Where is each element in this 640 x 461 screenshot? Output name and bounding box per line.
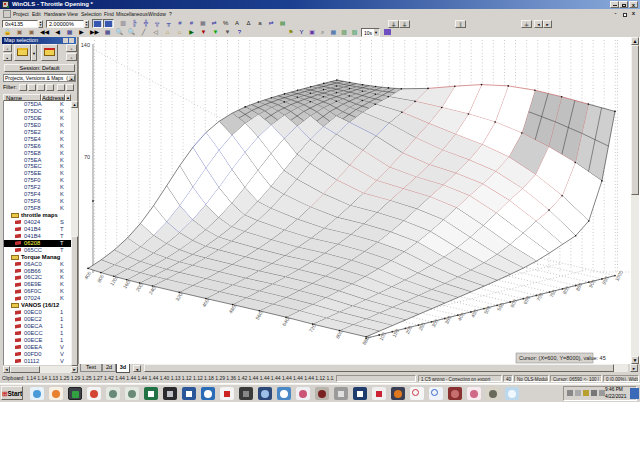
svg-text:300: 300 bbox=[430, 318, 439, 328]
svg-text:Cursor: (X=600, Y=8000), value: Cursor: (X=600, Y=8000), value: 45 bbox=[519, 355, 606, 361]
svg-text:900: 900 bbox=[587, 278, 596, 288]
svg-text:550: 550 bbox=[496, 301, 505, 311]
svg-text:700: 700 bbox=[535, 291, 544, 301]
svg-text:650: 650 bbox=[522, 295, 531, 305]
svg-text:250: 250 bbox=[417, 321, 426, 331]
svg-text:450: 450 bbox=[469, 308, 478, 318]
svg-text:850: 850 bbox=[574, 282, 583, 292]
svg-text:70: 70 bbox=[84, 154, 90, 160]
svg-text:950: 950 bbox=[600, 275, 609, 285]
svg-text:150: 150 bbox=[391, 328, 400, 338]
svg-text:100: 100 bbox=[378, 331, 387, 341]
svg-text:750: 750 bbox=[548, 288, 557, 298]
svg-text:350: 350 bbox=[443, 315, 452, 325]
svg-text:200: 200 bbox=[404, 324, 413, 334]
svg-text:800: 800 bbox=[96, 273, 106, 283]
svg-text:400: 400 bbox=[83, 270, 93, 280]
svg-text:600: 600 bbox=[509, 298, 518, 308]
svg-text:500: 500 bbox=[483, 305, 492, 315]
svg-text:140: 140 bbox=[81, 42, 90, 48]
svg-text:400: 400 bbox=[456, 311, 465, 321]
svg-text:800: 800 bbox=[561, 285, 570, 295]
